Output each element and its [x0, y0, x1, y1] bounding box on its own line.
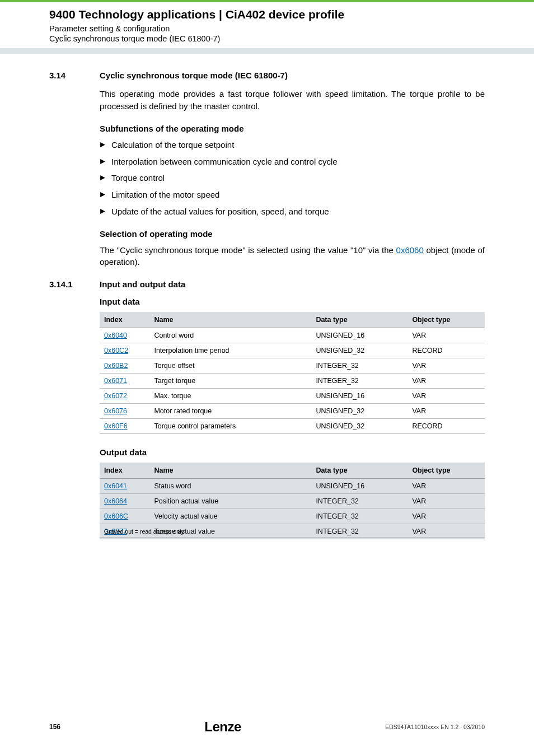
- triangle-bullet-icon: [100, 192, 106, 198]
- col-index: Index: [100, 463, 149, 479]
- selection-heading: Selection of operating mode: [100, 229, 485, 239]
- triangle-bullet-icon: [100, 142, 106, 148]
- triangle-bullet-icon: [100, 158, 106, 165]
- page-footer: 156 Lenze EDS94TA11010xxxx EN 1.2 · 03/2…: [0, 719, 534, 735]
- index-link[interactable]: 0x60B2: [104, 362, 128, 370]
- table-row: 0x60C2Interpolation time periodUNSIGNED_…: [100, 343, 485, 358]
- col-index: Index: [100, 312, 149, 328]
- page-number: 156: [49, 723, 60, 731]
- cell-index: 0x606C: [100, 509, 149, 524]
- cell-data-type: UNSIGNED_32: [311, 343, 407, 358]
- cell-name: Interpolation time period: [149, 343, 311, 358]
- cell-data-type: UNSIGNED_16: [311, 328, 407, 343]
- svg-marker-4: [100, 209, 105, 214]
- cell-name: Velocity actual value: [149, 509, 311, 524]
- index-link[interactable]: 0x6071: [104, 377, 127, 385]
- cell-object-type: VAR: [407, 358, 485, 374]
- cell-name: Torque control parameters: [149, 419, 311, 434]
- svg-marker-2: [100, 175, 105, 180]
- cell-index: 0x6072: [100, 389, 149, 404]
- link-0x6060[interactable]: 0x6060: [396, 245, 424, 255]
- section-3-14-1-heading: 3.14.1 Input and output data: [49, 279, 485, 289]
- table-row: 0x6076Motor rated torqueUNSIGNED_32VAR: [100, 404, 485, 419]
- table-row: 0x6040Control wordUNSIGNED_16VAR: [100, 328, 485, 343]
- svg-marker-1: [100, 159, 105, 164]
- table-row: 0x6064Position actual valueINTEGER_32VAR: [100, 494, 485, 509]
- bullet-text: Torque control: [111, 172, 165, 184]
- cell-object-type: VAR: [407, 509, 485, 524]
- doc-subtitle-2: Cyclic synchronous torque mode (IEC 6180…: [49, 34, 485, 44]
- index-link[interactable]: 0x6072: [104, 392, 127, 400]
- table-row: 0x6072Max. torqueUNSIGNED_16VAR: [100, 389, 485, 404]
- index-link[interactable]: 0x6076: [104, 407, 127, 415]
- cell-name: Control word: [149, 328, 311, 343]
- cell-data-type: INTEGER_32: [311, 374, 407, 389]
- bullet-item: Interpolation between communication cycl…: [100, 156, 485, 168]
- svg-marker-3: [100, 192, 105, 197]
- index-link[interactable]: 0x6064: [104, 497, 127, 505]
- svg-marker-0: [100, 142, 105, 147]
- cell-name: Target torque: [149, 374, 311, 389]
- cell-object-type: VAR: [407, 374, 485, 389]
- cell-index: 0x6076: [100, 404, 149, 419]
- index-link[interactable]: 0x6040: [104, 332, 127, 339]
- cell-object-type: VAR: [407, 328, 485, 343]
- index-link[interactable]: 0x60F6: [104, 422, 128, 430]
- subfunctions-heading: Subfunctions of the operating mode: [100, 124, 485, 133]
- cell-name: Max. torque: [149, 389, 311, 404]
- index-link[interactable]: 0x606C: [104, 512, 128, 520]
- page-header: 9400 Technology applications | CiA402 de…: [0, 8, 534, 44]
- table-row: 0x60F6Torque control parametersUNSIGNED_…: [100, 419, 485, 434]
- cell-data-type: UNSIGNED_16: [311, 389, 407, 404]
- cell-index: 0x60B2: [100, 358, 149, 374]
- cell-name: Motor rated torque: [149, 404, 311, 419]
- cell-index: 0x6071: [100, 374, 149, 389]
- cell-name: Position actual value: [149, 494, 311, 509]
- bullet-item: Torque control: [100, 172, 485, 184]
- cell-name: Torque offset: [149, 358, 311, 374]
- subfunctions-list: Calculation of the torque setpointInterp…: [100, 139, 485, 218]
- intro-paragraph: This operating mode provides a fast torq…: [100, 88, 485, 113]
- bullet-text: Interpolation between communication cycl…: [111, 156, 338, 168]
- section-title: Cyclic synchronous torque mode (IEC 6180…: [100, 71, 288, 80]
- table-row: 0x606CVelocity actual valueINTEGER_32VAR: [100, 509, 485, 524]
- cell-object-type: RECORD: [407, 343, 485, 358]
- output-data-heading: Output data: [100, 447, 485, 457]
- section-3-14-heading: 3.14 Cyclic synchronous torque mode (IEC…: [49, 71, 485, 80]
- cell-index: 0x60F6: [100, 419, 149, 434]
- table-row: 0x60B2Torque offsetINTEGER_32VAR: [100, 358, 485, 374]
- table-row: 0x6071Target torqueINTEGER_32VAR: [100, 374, 485, 389]
- cell-object-type: VAR: [407, 389, 485, 404]
- footnote-text: Grayed out = read access only: [100, 526, 485, 538]
- table-row: 0x6041Status wordUNSIGNED_16VAR: [100, 479, 485, 494]
- index-link[interactable]: 0x6041: [104, 482, 127, 490]
- cell-index: 0x60C2: [100, 343, 149, 358]
- input-data-table: Index Name Data type Object type 0x6040C…: [100, 312, 485, 434]
- bullet-text: Limitation of the motor speed: [111, 189, 219, 201]
- triangle-bullet-icon: [100, 175, 106, 181]
- cell-object-type: VAR: [407, 479, 485, 494]
- doc-subtitle-1: Parameter setting & configuration: [49, 24, 485, 34]
- bullet-text: Calculation of the torque setpoint: [111, 139, 234, 151]
- section-title: Input and output data: [100, 279, 185, 289]
- section-number: 3.14: [49, 71, 100, 80]
- cell-data-type: UNSIGNED_32: [311, 419, 407, 434]
- input-data-heading: Input data: [100, 297, 485, 306]
- selection-text-1: The "Cyclic synchronous torque mode" is …: [100, 245, 396, 255]
- index-link[interactable]: 0x60C2: [104, 347, 128, 354]
- cell-index: 0x6041: [100, 479, 149, 494]
- cell-object-type: VAR: [407, 404, 485, 419]
- footnote-row: Grayed out = read access only: [100, 526, 485, 538]
- doc-title: 9400 Technology applications | CiA402 de…: [49, 8, 485, 21]
- cell-data-type: INTEGER_32: [311, 358, 407, 374]
- col-object-type: Object type: [407, 463, 485, 479]
- cell-object-type: VAR: [407, 494, 485, 509]
- triangle-bullet-icon: [100, 208, 106, 214]
- cell-data-type: INTEGER_32: [311, 494, 407, 509]
- cell-name: Status word: [149, 479, 311, 494]
- selection-paragraph: The "Cyclic synchronous torque mode" is …: [100, 244, 485, 269]
- cell-data-type: UNSIGNED_16: [311, 479, 407, 494]
- col-data-type: Data type: [311, 463, 407, 479]
- cell-index: 0x6064: [100, 494, 149, 509]
- cell-data-type: UNSIGNED_32: [311, 404, 407, 419]
